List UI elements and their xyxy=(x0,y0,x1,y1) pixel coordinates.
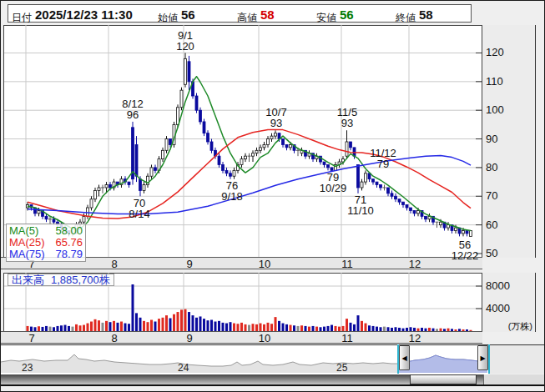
volume-bar xyxy=(327,326,330,331)
volume-bar xyxy=(458,329,461,331)
volume-bar xyxy=(135,313,138,331)
candle-body xyxy=(255,150,258,153)
candle-body xyxy=(323,162,325,164)
volume-readout: 出来高1,885,700株 xyxy=(8,274,114,286)
volume-bar xyxy=(255,324,258,331)
candle-body xyxy=(207,133,209,142)
volume-bar xyxy=(440,329,442,331)
volume-bar xyxy=(75,324,78,331)
candle-body xyxy=(357,164,360,187)
volume-bar xyxy=(300,325,303,331)
volume-bar xyxy=(87,324,89,331)
volume-bar xyxy=(83,325,85,331)
volume-bar xyxy=(60,325,63,331)
volume-bar xyxy=(376,327,378,331)
volume-bar xyxy=(335,326,337,331)
volume-bar xyxy=(195,318,198,331)
volume-bar xyxy=(124,324,127,331)
candle-body xyxy=(455,228,457,230)
candle-body xyxy=(410,208,412,210)
candle-body xyxy=(230,173,232,176)
volume-bar xyxy=(338,327,341,331)
volume-bar xyxy=(346,319,348,331)
volume-bar xyxy=(417,329,420,331)
stock-chart-window: 日付 2025/12/23 11:30 始値 56 高値 58 安値 56 終値… xyxy=(0,0,545,392)
volume-bar xyxy=(245,324,247,331)
candle-body xyxy=(195,96,198,110)
volume-bar xyxy=(398,328,401,331)
volume-bar xyxy=(315,327,318,331)
candle-body xyxy=(154,168,157,170)
ma5-value: 58.00 xyxy=(55,225,83,237)
volume-bar xyxy=(38,326,40,331)
volume-bar xyxy=(331,325,333,331)
ma-legend: MA(5) 58.00 MA(25) 65.76 MA(75) 78.79 xyxy=(6,224,86,262)
volume-bar xyxy=(237,324,240,331)
volume-bar xyxy=(252,324,255,331)
volume-bar xyxy=(342,326,345,331)
volume-bar xyxy=(192,315,194,331)
ma75-value: 78.79 xyxy=(55,249,83,260)
volume-bar xyxy=(90,322,93,331)
volume-bar xyxy=(177,312,179,331)
volume-bar xyxy=(361,321,363,331)
volume-bar xyxy=(139,318,142,331)
volume-bar xyxy=(240,323,243,331)
volume-bar xyxy=(132,284,134,331)
volume-bar xyxy=(105,321,108,331)
candle-body xyxy=(162,150,164,158)
candle-body xyxy=(387,188,390,193)
candle-body xyxy=(45,216,48,219)
volume-bar xyxy=(94,319,97,331)
volume-bar xyxy=(248,325,250,331)
volume-bar xyxy=(320,327,322,331)
candle-body xyxy=(143,185,145,191)
candle-body xyxy=(252,153,255,156)
candle-body xyxy=(350,142,352,148)
candle-body xyxy=(240,159,243,165)
candle-body xyxy=(425,216,427,219)
volume-bar xyxy=(143,321,145,331)
volume-bar xyxy=(34,327,37,331)
volume-bar xyxy=(222,323,225,331)
volume-bar xyxy=(297,326,300,331)
volume-bar xyxy=(285,324,288,331)
candle-body xyxy=(275,133,277,136)
candle-body xyxy=(462,231,465,234)
candle-body xyxy=(327,164,330,167)
candle-body xyxy=(90,199,93,208)
volume-bar xyxy=(45,326,48,331)
candle-body xyxy=(199,110,202,122)
range-handle-right[interactable]: ▶ xyxy=(477,345,488,370)
ma25-label: MA(25) xyxy=(9,237,45,249)
volume-bar xyxy=(282,324,285,331)
volume-bar xyxy=(150,320,153,332)
volume-bar xyxy=(120,322,123,331)
volume-label: 出来高 xyxy=(12,274,44,286)
candle-body xyxy=(38,210,40,213)
volume-bar xyxy=(230,322,232,331)
candle-body xyxy=(177,108,179,125)
candle-body xyxy=(440,222,442,224)
candle-body xyxy=(53,219,55,222)
volume-value: 1,885,700株 xyxy=(51,274,110,286)
ma25-line xyxy=(28,130,471,219)
candle-body xyxy=(169,139,172,145)
candle-body xyxy=(406,205,408,208)
candle-body xyxy=(398,199,401,202)
candle-body xyxy=(225,170,228,173)
candle-body xyxy=(361,182,363,188)
volume-bar xyxy=(410,327,412,331)
volume-bar xyxy=(184,309,187,331)
candle-body xyxy=(98,188,100,190)
range-handle-left[interactable]: ◀ xyxy=(399,345,410,370)
candle-body xyxy=(203,122,205,133)
candle-body xyxy=(94,190,97,199)
ma25-legend-row: MA(25) 65.76 xyxy=(9,237,83,249)
volume-bar xyxy=(225,324,228,331)
candle-body xyxy=(285,144,288,147)
volume-bar xyxy=(53,327,55,331)
candle-body xyxy=(188,62,190,82)
volume-bar xyxy=(391,328,393,331)
candle-body xyxy=(180,90,183,108)
